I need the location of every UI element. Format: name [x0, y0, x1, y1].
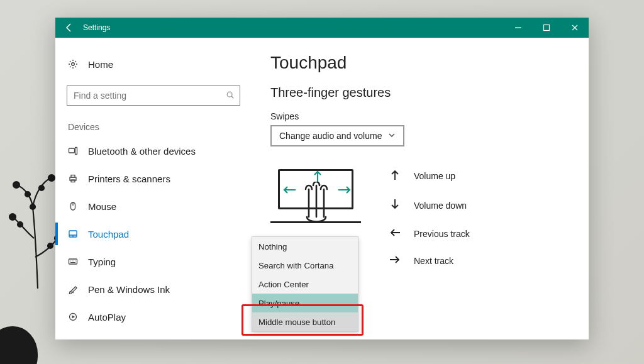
sidebar-item-label: Pen & Windows Ink — [88, 284, 170, 295]
sidebar-item-label: AutoPlay — [88, 312, 126, 323]
svg-point-2 — [9, 214, 16, 220]
svg-rect-19 — [69, 259, 77, 264]
sidebar-item-label: Bluetooth & other devices — [88, 146, 196, 157]
gesture-row-down: Volume down — [389, 199, 470, 212]
gesture-action-list: Volume up Volume down Previous track Nex… — [389, 165, 470, 266]
sidebar-home-label: Home — [88, 59, 113, 70]
sidebar-item-label: Mouse — [88, 201, 116, 212]
sidebar-item-autoplay[interactable]: AutoPlay — [55, 303, 252, 331]
close-button[interactable] — [560, 18, 589, 38]
sidebar-group-heading: Devices — [55, 122, 252, 132]
gesture-diagram — [270, 165, 371, 234]
devices-icon — [68, 146, 88, 156]
gesture-row-up: Volume up — [389, 169, 470, 182]
autoplay-icon — [68, 312, 88, 322]
svg-rect-16 — [71, 180, 75, 182]
menu-item-middle-mouse[interactable]: Middle mouse button — [252, 312, 358, 331]
minimize-button[interactable] — [504, 18, 532, 38]
sidebar-nav-list: Bluetooth & other devices Printers & sca… — [55, 137, 252, 331]
tap-action-menu: Nothing Search with Cortana Action Cente… — [252, 236, 358, 332]
sidebar-item-label: Printers & scanners — [88, 174, 170, 184]
arrow-right-icon — [389, 255, 401, 266]
gesture-label: Volume up — [414, 171, 455, 181]
arrow-right-icon — [337, 184, 352, 198]
menu-item-nothing[interactable]: Nothing — [252, 237, 358, 256]
svg-rect-13 — [75, 148, 77, 155]
svg-point-1 — [48, 175, 55, 181]
search-input[interactable] — [67, 91, 221, 101]
menu-item-play-pause[interactable]: Play/pause — [252, 294, 358, 312]
window-title: Settings — [83, 23, 110, 32]
gesture-label: Previous track — [414, 229, 470, 239]
maximize-button[interactable] — [532, 18, 560, 38]
svg-rect-12 — [69, 148, 75, 153]
sidebar-home[interactable]: Home — [55, 52, 252, 77]
sidebar-item-printers[interactable]: Printers & scanners — [55, 165, 252, 192]
back-button[interactable] — [55, 18, 83, 38]
svg-rect-15 — [71, 175, 75, 178]
chevron-down-icon — [388, 131, 396, 141]
arrow-up-icon — [389, 169, 401, 182]
swipes-dropdown[interactable]: Change audio and volume — [270, 125, 404, 146]
arrow-left-icon — [282, 184, 297, 198]
svg-point-7 — [48, 243, 53, 248]
svg-point-11 — [227, 92, 232, 97]
gesture-label: Volume down — [414, 201, 467, 211]
gear-icon — [68, 59, 88, 69]
gesture-label: Next track — [414, 256, 453, 266]
arrow-left-icon — [389, 228, 401, 239]
sidebar-item-label: Touchpad — [88, 229, 129, 240]
gesture-row-right: Next track — [389, 255, 470, 266]
svg-rect-9 — [543, 25, 549, 31]
swipes-label: Swipes — [270, 111, 570, 121]
touchpad-icon — [68, 229, 88, 239]
sidebar-item-touchpad[interactable]: Touchpad — [55, 220, 252, 248]
three-fingers-icon — [299, 182, 333, 228]
pen-icon — [68, 284, 88, 294]
printer-icon — [68, 174, 88, 184]
titlebar: Settings — [55, 18, 589, 38]
gesture-row-left: Previous track — [389, 228, 470, 239]
sidebar: Home Devices Bluetooth & other devices — [55, 38, 252, 339]
svg-point-5 — [39, 185, 44, 190]
sidebar-item-typing[interactable]: Typing — [55, 248, 252, 275]
menu-item-search-cortana[interactable]: Search with Cortana — [252, 256, 358, 275]
settings-window: Settings Home De — [55, 18, 589, 339]
search-box[interactable] — [67, 85, 240, 106]
mouse-icon — [68, 201, 88, 211]
keyboard-icon — [68, 256, 88, 267]
svg-point-8 — [30, 204, 35, 209]
sidebar-item-bluetooth[interactable]: Bluetooth & other devices — [55, 137, 252, 165]
svg-point-10 — [72, 63, 75, 66]
arrow-down-icon — [389, 199, 401, 212]
svg-point-6 — [18, 222, 23, 227]
svg-point-0 — [13, 182, 19, 188]
sidebar-item-pen[interactable]: Pen & Windows Ink — [55, 275, 252, 303]
menu-item-action-center[interactable]: Action Center — [252, 275, 358, 294]
sidebar-item-label: Typing — [88, 256, 116, 267]
svg-point-4 — [25, 192, 30, 197]
search-icon — [221, 91, 240, 101]
sidebar-item-mouse[interactable]: Mouse — [55, 192, 252, 220]
page-title: Touchpad — [270, 53, 570, 73]
main-content: Touchpad Three-finger gestures Swipes Ch… — [252, 38, 589, 339]
section-heading: Three-finger gestures — [270, 85, 570, 100]
swipes-value: Change audio and volume — [279, 131, 382, 141]
